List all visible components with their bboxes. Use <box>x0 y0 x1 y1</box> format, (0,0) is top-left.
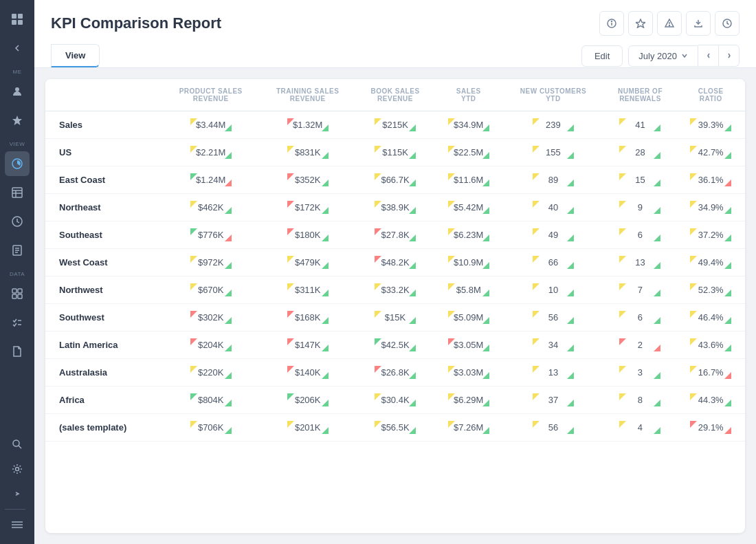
col-product-sales: PRODUCT SALESREVENUE <box>162 79 259 111</box>
svg-marker-5 <box>12 116 22 125</box>
cell-value: 7 <box>603 276 676 304</box>
cell-value: 37.2% <box>677 221 746 249</box>
prev-date-button[interactable] <box>698 45 719 67</box>
cell-text: $26.8K <box>377 366 413 379</box>
cell-text: 13 <box>631 256 649 269</box>
date-selector: July 2020 <box>628 45 740 67</box>
alert-button[interactable] <box>657 11 682 36</box>
table-row: East Coast $1.24M $352K $66.7K $ <box>45 166 745 194</box>
cell-value: 6 <box>603 304 676 331</box>
profile-icon[interactable] <box>5 79 30 104</box>
cell-text: 9 <box>634 201 647 214</box>
cell-value: $5.09M <box>434 304 502 331</box>
cell-text: 49.4% <box>694 256 728 269</box>
expand-icon[interactable] <box>5 481 30 506</box>
clock-button[interactable] <box>715 11 740 36</box>
page-title: KPI Comparison Report <box>51 14 221 32</box>
export-button[interactable] <box>686 11 711 36</box>
row-name: Southeast <box>45 221 162 249</box>
cell-value: 2 <box>603 331 676 359</box>
cell-value: $804K <box>162 387 259 414</box>
svg-rect-18 <box>12 294 16 298</box>
cell-value: $11.6M <box>434 166 502 194</box>
cell-text: $56.5K <box>377 421 413 434</box>
header: KPI Comparison Report <box>34 0 756 68</box>
sidebar-collapse-icon[interactable] <box>5 36 30 61</box>
cell-value: $147K <box>259 331 356 359</box>
info-button[interactable] <box>599 11 624 36</box>
view-tab[interactable]: View <box>51 44 100 67</box>
star-header-button[interactable] <box>628 11 653 36</box>
cell-value: $206K <box>259 387 356 414</box>
table-row: Northwest $670K $311K $33.2K $5. <box>45 276 745 304</box>
grid-icon[interactable] <box>5 281 30 306</box>
sidebar-logo-icon[interactable] <box>5 7 30 32</box>
cell-text: 40 <box>544 201 562 214</box>
cell-value: $42.5K <box>356 331 434 359</box>
next-date-button[interactable] <box>719 45 740 67</box>
cell-value: $204K <box>162 331 259 359</box>
cell-text: 49 <box>544 228 562 241</box>
cell-value: 34 <box>502 331 603 359</box>
cell-text: 36.1% <box>694 173 728 186</box>
table-row: Australasia $220K $140K $26.8K $ <box>45 359 745 387</box>
cell-value: $776K <box>162 221 259 249</box>
clock-nav-icon[interactable] <box>5 209 30 234</box>
cell-value: 37 <box>502 387 603 414</box>
cell-text: $140K <box>291 366 325 379</box>
cell-value: $831K <box>259 139 356 166</box>
cell-value: $3.03M <box>434 359 502 387</box>
cell-value: $6.23M <box>434 221 502 249</box>
settings-icon[interactable] <box>5 457 30 481</box>
cell-value: $706K <box>162 414 259 442</box>
cell-text: 10 <box>544 283 562 296</box>
header-right: Edit July 2020 <box>581 45 740 67</box>
cell-value: $34.9M <box>434 111 502 139</box>
cell-value: $140K <box>259 359 356 387</box>
cell-value: 46.4% <box>677 304 746 331</box>
cell-text: 6 <box>634 311 647 324</box>
cell-value: 39.3% <box>677 111 746 139</box>
reports-icon[interactable] <box>5 151 30 176</box>
cell-text: 4 <box>634 421 647 434</box>
svg-rect-3 <box>18 20 23 25</box>
cell-value: 155 <box>502 139 603 166</box>
cell-value: 52.3% <box>677 276 746 304</box>
date-label: July 2020 <box>638 51 677 61</box>
table-icon[interactable] <box>5 180 30 205</box>
star-icon[interactable] <box>5 108 30 133</box>
cell-text: 3 <box>634 366 647 379</box>
cell-value: $66.7K <box>356 166 434 194</box>
cell-value: $10.9M <box>434 249 502 276</box>
col-name <box>45 79 162 111</box>
cell-value: 56 <box>502 414 603 442</box>
cell-value: $30.4K <box>356 387 434 414</box>
edit-button[interactable]: Edit <box>581 45 623 67</box>
cell-text: $311K <box>291 283 325 296</box>
cell-value: 9 <box>603 194 676 221</box>
cell-text: $33.2K <box>377 283 413 296</box>
row-name: Northwest <box>45 276 162 304</box>
cell-text: 37.2% <box>694 228 728 241</box>
cell-value: 10 <box>502 276 603 304</box>
svg-rect-1 <box>18 14 23 19</box>
checklist-icon[interactable] <box>5 310 30 335</box>
book-icon[interactable] <box>5 238 30 263</box>
cell-value: $462K <box>162 194 259 221</box>
cell-value: 36.1% <box>677 166 746 194</box>
cell-value: $38.9K <box>356 194 434 221</box>
cell-text: $38.9K <box>377 201 413 214</box>
cell-value: 66 <box>502 249 603 276</box>
file-icon[interactable] <box>5 339 30 364</box>
cell-value: $1.32M <box>259 111 356 139</box>
search-icon[interactable] <box>5 432 30 457</box>
date-button[interactable]: July 2020 <box>628 45 698 67</box>
cell-value: $1.24M <box>162 166 259 194</box>
table-container: PRODUCT SALESREVENUE TRAINING SALESREVEN… <box>45 79 745 533</box>
cell-text: 34 <box>544 338 562 351</box>
cell-value: $7.26M <box>434 414 502 442</box>
menu-icon[interactable] <box>5 512 30 537</box>
cell-text: $172K <box>291 201 325 214</box>
cell-value: 29.1% <box>677 414 746 442</box>
cell-text: $220K <box>194 366 228 379</box>
